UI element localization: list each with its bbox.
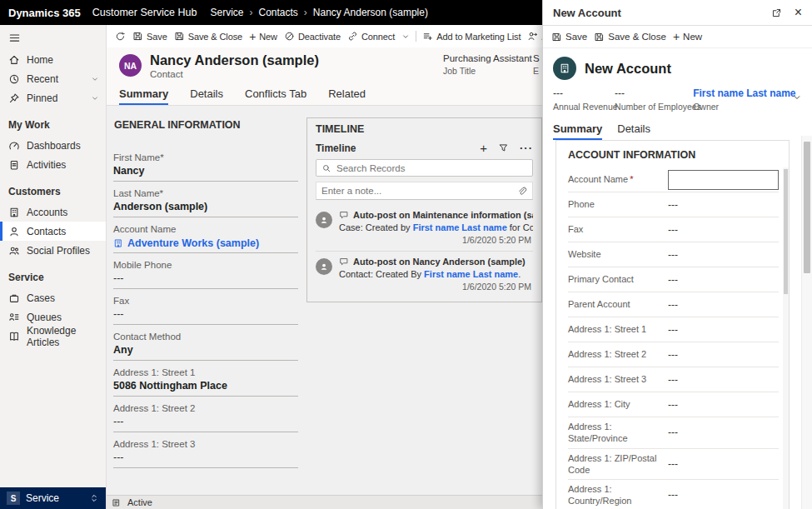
tab-related[interactable]: Related [328,83,366,105]
timeline-more-button[interactable]: ··· [520,142,533,154]
field-value[interactable]: --- [661,224,779,236]
field-value[interactable]: --- [661,427,779,438]
note-input[interactable] [321,186,511,196]
area-label: Service [26,492,59,504]
timeline-search-input[interactable] [336,163,527,173]
save-button[interactable]: Save [129,25,171,47]
sidebar-item-label: Dashboards [27,140,81,152]
field-value[interactable]: --- [661,299,779,311]
close-dialog-button[interactable]: × [795,6,802,19]
header-field-employees: --- Number of Employees [615,87,680,112]
dialog-new-button[interactable]: + New [670,26,705,47]
sidebar-item-cases[interactable]: Cases [0,288,106,307]
timeline-entry[interactable]: Auto-post on Maintenance information (sa… [316,205,533,252]
refresh-button[interactable] [112,25,129,47]
dialog-tabs: Summary Details [543,118,812,140]
new-label: New [683,32,702,42]
account-link-label: Adventure Works (sample) [127,237,259,249]
field-first-name: First Name* Nancy [113,152,298,182]
assign-button[interactable]: Assign [524,25,542,47]
account-name-link[interactable]: Adventure Works (sample) [113,237,298,249]
dialog-scrollbar-thumb[interactable] [804,142,810,273]
sidebar-item-contacts[interactable]: Contacts [0,222,106,241]
timeline-control-title: Timeline [316,142,356,154]
collapse-sitemap-button[interactable] [0,25,106,50]
tab-details[interactable]: Details [190,83,223,105]
dialog-save-button[interactable]: Save [548,26,590,47]
connect-dropdown-button[interactable] [398,25,413,47]
field-row-parent-account: Parent Account --- [568,292,779,317]
field-value[interactable]: 5086 Nottingham Place [113,380,298,392]
field-value[interactable]: --- [113,272,298,285]
field-value[interactable]: --- [661,489,779,501]
header-expand-button[interactable] [792,91,802,106]
timeline-add-button[interactable]: + [480,142,487,154]
section-title: ACCOUNT INFORMATION [556,141,789,167]
sidebar-item-accounts[interactable]: Accounts [0,202,106,222]
timeline-search-box [316,159,533,177]
breadcrumb-contacts[interactable]: Contacts [259,7,298,18]
account-name-input[interactable] [668,170,779,190]
section-scrollbar-thumb[interactable] [784,169,788,294]
breadcrumb-service[interactable]: Service [210,7,243,18]
entry-avatar [316,258,332,275]
sidebar-item-recent[interactable]: Recent [0,69,106,88]
sidebar-item-activities[interactable]: Activities [0,155,106,174]
dynamics-brand[interactable]: Dynamics 365 [8,7,81,19]
tab-summary[interactable]: Summary [119,83,168,105]
field-value[interactable]: --- [661,349,779,361]
chevron-down-icon [792,92,802,102]
field-value[interactable]: --- [113,308,298,321]
timeline-entry[interactable]: Auto-post on Nancy Anderson (sample) Con… [316,252,533,297]
field-label: Address 1: Street 1 [113,367,298,377]
new-button[interactable]: + New [246,25,281,47]
queues-icon [8,312,20,323]
save-close-icon [174,31,185,42]
field-row-address1-street1: Address 1: Street 1 --- [568,317,779,342]
field-value[interactable]: --- [661,399,779,411]
connect-button[interactable]: Connect [344,25,398,47]
field-value[interactable]: Any [113,344,298,357]
field-contact-method: Contact Method Any [113,332,298,361]
header-field-job-title: Purchasing Assistant Job Title [443,53,532,76]
dialog-tab-details[interactable]: Details [617,118,650,140]
user-link[interactable]: First name Last name [413,222,507,232]
sidebar-item-home[interactable]: Home [0,50,106,69]
timeline-filter-button[interactable] [498,142,509,153]
field-value[interactable]: --- [113,416,298,428]
field-label: Address 1: Street 1 [568,320,661,338]
breadcrumb-separator: › [304,7,307,18]
deactivate-button[interactable]: Deactivate [281,25,344,47]
dialog-save-and-close-button[interactable]: Save & Close [590,26,670,47]
dialog-record-title: New Account [585,61,671,77]
field-value[interactable]: --- [661,324,779,336]
save-close-icon [594,32,605,42]
field-value[interactable]: --- [113,452,298,464]
field-value[interactable]: --- [661,274,779,286]
cases-icon [8,292,20,304]
field-value[interactable]: --- [661,458,779,470]
sidebar-item-social-profiles[interactable]: Social Profiles [0,241,106,260]
app-name[interactable]: Customer Service Hub [92,7,197,18]
user-link[interactable]: First name Last name [424,269,518,279]
tab-conflicts[interactable]: Conflicts Tab [245,83,306,105]
owner-link[interactable]: First name Last name [693,87,771,99]
attach-icon[interactable] [516,186,527,197]
field-value[interactable]: --- [661,199,779,211]
dialog-tab-summary[interactable]: Summary [553,118,602,140]
add-to-marketing-list-button[interactable]: Add to Marketing List [419,25,524,47]
field-value[interactable]: Anderson (sample) [113,201,298,213]
expand-dialog-button[interactable] [771,7,782,18]
field-row-account-name: Account Name* [568,167,779,192]
save-and-close-button[interactable]: Save & Close [171,25,246,47]
sidebar-item-dashboards[interactable]: Dashboards [0,136,106,155]
field-value[interactable]: Nancy [113,165,298,177]
field-last-name: Last Name* Anderson (sample) [113,188,298,217]
job-title-value: Purchasing Assistant [443,53,532,63]
annual-revenue-value: --- [553,87,602,99]
sidebar-item-pinned[interactable]: Pinned [0,88,106,107]
field-value[interactable]: --- [661,374,779,386]
field-value[interactable]: --- [661,249,779,261]
area-switcher[interactable]: S Service [0,487,106,509]
sidebar-item-knowledge-articles[interactable]: Knowledge Articles [0,327,106,346]
